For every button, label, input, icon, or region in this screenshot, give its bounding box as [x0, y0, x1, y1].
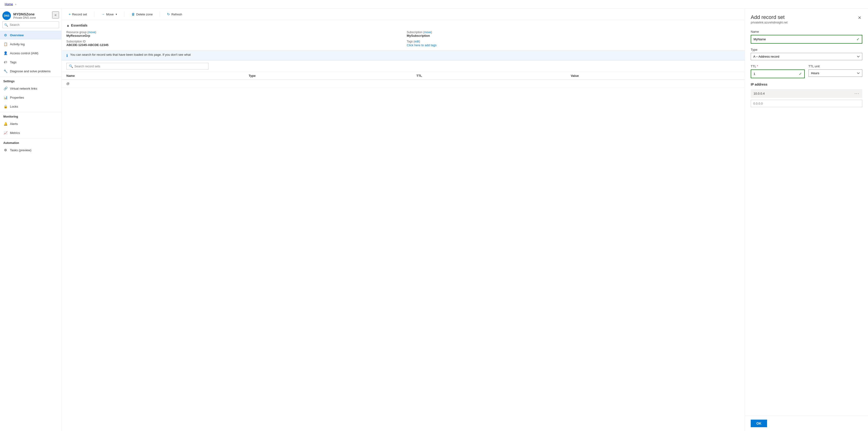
- settings-section-label: Settings: [0, 76, 61, 84]
- move-button[interactable]: → Move ▾: [99, 11, 119, 18]
- sidebar-item-label: Access control (IAM): [10, 52, 38, 55]
- sidebar-item-label: Properties: [10, 96, 24, 99]
- sidebar-item-alerts[interactable]: 🔔 Alerts: [0, 119, 61, 128]
- toolbar-divider-3: [160, 11, 160, 17]
- tags-icon: 🏷: [3, 60, 8, 64]
- cell-type: [244, 80, 412, 88]
- collapse-icon: ▲: [66, 24, 70, 27]
- plus-icon: +: [69, 12, 71, 16]
- record-set-label: Record set: [72, 12, 87, 16]
- cell-ttl: [412, 80, 566, 88]
- resource-group-item: Resource group (move) MyResourceGrp: [66, 31, 400, 37]
- ttl-required: *: [757, 64, 758, 68]
- ttl-label: TTL *: [751, 64, 805, 68]
- move-chevron-icon: ▾: [116, 13, 117, 16]
- type-label: Type: [751, 48, 862, 52]
- sidebar-item-label: Virtual network links: [10, 87, 37, 90]
- ip-existing-row: 10.0.0.4 ···: [751, 89, 862, 98]
- sidebar-item-activity-log[interactable]: 📋 Activity log: [0, 39, 61, 49]
- subscription-move-link[interactable]: move: [424, 31, 431, 34]
- alerts-icon: 🔔: [3, 122, 8, 126]
- name-label: Name: [751, 30, 862, 33]
- subscription-id-value: ABCDE-12345-ABCDE-12345: [66, 43, 400, 47]
- subscription-id-label: Subscription ID: [66, 40, 400, 43]
- sidebar-search: 🔍: [2, 21, 59, 28]
- sidebar-item-diagnose[interactable]: 🔧 Diagnose and solve problems: [0, 67, 61, 75]
- sidebar-item-label: Alerts: [10, 122, 18, 126]
- properties-icon: 📊: [3, 95, 8, 99]
- info-message: You can search for record sets that have…: [70, 53, 191, 56]
- close-panel-button[interactable]: ✕: [857, 14, 862, 21]
- sidebar-collapse-button[interactable]: «: [52, 11, 59, 19]
- tags-edit-link[interactable]: edit: [414, 40, 419, 43]
- search-record-sets-input[interactable]: [74, 64, 206, 68]
- cell-name: @: [62, 80, 244, 88]
- tags-label: Tags (edit): [407, 40, 740, 43]
- subscription-label: Subscription (move): [407, 31, 740, 34]
- automation-section-label: Automation: [0, 138, 61, 146]
- ttl-unit-label: TTL unit: [808, 64, 863, 68]
- right-panel-subtitle: privatelink.azurehdinsight.net: [751, 21, 787, 24]
- essentials-header[interactable]: ▲ Essentials: [66, 24, 740, 27]
- col-name: Name: [62, 72, 244, 80]
- name-input[interactable]: [753, 37, 857, 41]
- info-icon: ℹ: [66, 53, 68, 58]
- sidebar-item-overview[interactable]: ⊙ Overview: [0, 31, 61, 39]
- resource-avatar: DNS: [2, 11, 11, 20]
- tags-item: Tags (edit) Click here to add tags: [407, 40, 740, 47]
- delete-zone-button[interactable]: 🗑 Delete zone: [129, 11, 155, 18]
- info-bar: ℹ You can search for record sets that ha…: [62, 51, 745, 60]
- ip-new-input[interactable]: [751, 100, 862, 107]
- sidebar-item-locks[interactable]: 🔒 Locks: [0, 102, 61, 111]
- right-panel-title: Add record set: [751, 14, 787, 21]
- resource-name: MYDNSZone: [13, 12, 36, 16]
- ttl-input[interactable]: [753, 72, 799, 75]
- type-select[interactable]: A – Address record AAAA – IPv6 address r…: [751, 53, 862, 60]
- essentials-label: Essentials: [71, 24, 87, 27]
- sidebar-search-icon: 🔍: [4, 23, 8, 27]
- toolbar-divider-1: [94, 11, 94, 17]
- ip-address-section: IP address 10.0.0.4 ···: [751, 83, 862, 107]
- subscription-value: MySubscription: [407, 34, 740, 37]
- ttl-valid-checkmark-icon: ✓: [799, 71, 802, 76]
- diagnose-icon: 🔧: [3, 69, 8, 73]
- sidebar-search-input[interactable]: [2, 21, 59, 28]
- ip-context-menu-button[interactable]: ···: [855, 91, 860, 96]
- sidebar-item-properties[interactable]: 📊 Properties: [0, 93, 61, 102]
- col-ttl: TTL: [412, 72, 566, 80]
- sidebar: DNS MYDNSZone Private DNS zone « 🔍 ⊙ Ove…: [0, 8, 62, 431]
- sidebar-item-label: Tags: [10, 60, 17, 64]
- resource-group-move-link[interactable]: move: [88, 31, 95, 34]
- cell-value: [566, 80, 745, 88]
- sidebar-item-tasks-preview[interactable]: ⚙ Tasks (preview): [0, 146, 61, 155]
- ok-button[interactable]: OK: [751, 420, 767, 427]
- sidebar-item-virtual-network-links[interactable]: 🔗 Virtual network links: [0, 84, 61, 93]
- ttl-row: TTL * ✓ TTL unit Seconds Minutes Hours D…: [751, 64, 862, 83]
- main-content: + Record set → Move ▾ 🗑 Delete zone ↻ Re…: [62, 8, 745, 431]
- tags-add-link[interactable]: Click here to add tags: [407, 43, 437, 47]
- refresh-label: Refresh: [171, 12, 182, 16]
- sidebar-item-label: Overview: [10, 33, 24, 37]
- locks-icon: 🔒: [3, 104, 8, 109]
- records-table: Name Type TTL Value @: [62, 72, 745, 88]
- resource-group-label: Resource group (move): [66, 31, 400, 34]
- sidebar-item-label: Tasks (preview): [10, 148, 31, 152]
- home-link[interactable]: Home: [5, 2, 13, 6]
- refresh-button[interactable]: ↻ Refresh: [165, 11, 185, 18]
- search-bar-inner: 🔍: [66, 63, 209, 69]
- essentials-grid: Resource group (move) MyResourceGrp Subs…: [66, 31, 740, 47]
- ip-existing-value: 10.0.0.4: [753, 92, 765, 95]
- activity-log-icon: 📋: [3, 42, 8, 46]
- sidebar-item-metrics[interactable]: 📈 Metrics: [0, 128, 61, 137]
- metrics-icon: 📈: [3, 131, 8, 135]
- move-label: Move: [106, 12, 114, 16]
- ttl-unit-select[interactable]: Seconds Minutes Hours Days: [808, 69, 863, 77]
- add-record-set-button[interactable]: + Record set: [66, 11, 89, 18]
- tasks-icon: ⚙: [3, 148, 8, 152]
- search-bar-container: 🔍: [62, 60, 745, 72]
- name-field: Name ✓: [751, 30, 862, 43]
- name-input-wrapper: ✓: [751, 35, 862, 43]
- resource-type: Private DNS zone: [13, 16, 36, 20]
- sidebar-item-access-control[interactable]: 👤 Access control (IAM): [0, 49, 61, 58]
- sidebar-item-tags[interactable]: 🏷 Tags: [0, 58, 61, 67]
